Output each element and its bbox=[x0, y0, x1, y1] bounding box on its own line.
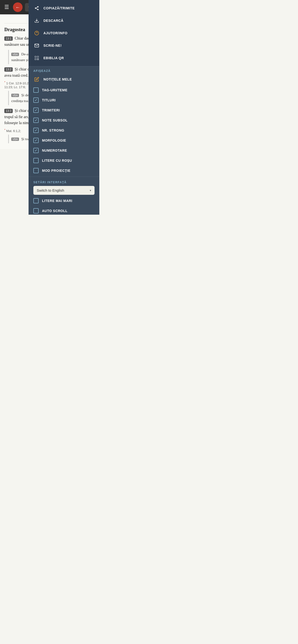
litere-rosu-item[interactable]: LITERE CU ROŞU bbox=[29, 156, 99, 166]
verse-num-13-2: 13:2 bbox=[4, 67, 13, 72]
note-subsol-item[interactable]: NOTE SUBSOL bbox=[29, 115, 99, 125]
help-item[interactable]: AJUTOR/INFO bbox=[29, 27, 99, 39]
chevron-down-icon: ▾ bbox=[90, 189, 91, 192]
mod-proiectie-item[interactable]: MOD PROIECŢIE bbox=[29, 166, 99, 176]
tag-uri-label: TAG-URI/TEME bbox=[42, 88, 67, 92]
download-icon bbox=[33, 17, 40, 24]
setari-header: SETĂRI INTERFAŢĂ bbox=[29, 178, 99, 185]
svg-line-3 bbox=[36, 8, 37, 9]
titluri-checkbox[interactable] bbox=[33, 98, 39, 103]
numerotare-item[interactable]: NUMEROTARE bbox=[29, 146, 99, 156]
svg-rect-11 bbox=[37, 56, 39, 58]
svg-line-4 bbox=[36, 7, 37, 8]
afiseaza-header: AFIŞEAZĂ bbox=[29, 66, 99, 74]
auto-scroll-checkbox[interactable] bbox=[33, 208, 39, 214]
vba-tag-1: VBA bbox=[11, 53, 19, 56]
copy-share-item[interactable]: COPIAZĂ/TRIMITE bbox=[29, 2, 99, 14]
menu-button[interactable]: ☰ bbox=[3, 3, 11, 12]
trimiteri-checkbox[interactable] bbox=[33, 108, 39, 113]
svg-rect-16 bbox=[37, 60, 38, 60]
help-icon bbox=[33, 30, 40, 36]
write-us-item[interactable]: SCRIE-NE! bbox=[29, 39, 99, 52]
verse-num-13-3: 13:3 bbox=[4, 109, 13, 113]
ebiblia-qr-label: EBIBLIA QR bbox=[43, 56, 64, 60]
vba-tag-3: VBA bbox=[11, 138, 19, 141]
note-subsol-checkbox[interactable] bbox=[33, 118, 39, 123]
svg-rect-15 bbox=[38, 58, 39, 59]
trimiteri-label: TRIMITERI bbox=[42, 108, 60, 112]
switch-english-label: Switch to English bbox=[37, 188, 64, 192]
nr-strong-checkbox[interactable] bbox=[33, 128, 39, 133]
morfologie-checkbox[interactable] bbox=[33, 138, 39, 143]
trimiteri-item[interactable]: TRIMITERI bbox=[29, 105, 99, 115]
download-label: DESCARCĂ bbox=[43, 19, 63, 22]
panel-divider-1 bbox=[29, 176, 99, 177]
svg-rect-9 bbox=[35, 56, 36, 58]
side-panel-actions: COPIAZĂ/TRIMITE DESCARCĂ AJUTOR/INFO bbox=[29, 0, 99, 66]
svg-point-0 bbox=[37, 6, 39, 8]
auto-scroll-item[interactable]: AUTO SCROLL bbox=[29, 206, 99, 215]
tag-uri-checkbox[interactable] bbox=[33, 88, 39, 93]
vba-tag-2: VBA bbox=[11, 94, 19, 97]
nr-strong-item[interactable]: NR. STRONG bbox=[29, 125, 99, 135]
help-label: AJUTOR/INFO bbox=[43, 31, 67, 35]
mod-proiectie-label: MOD PROIECŢIE bbox=[42, 169, 71, 172]
switch-english-button[interactable]: Switch to English ▾ bbox=[33, 186, 95, 195]
nr-strong-label: NR. STRONG bbox=[42, 128, 64, 132]
titluri-label: TITLURI bbox=[42, 98, 56, 102]
side-panel: COPIAZĂ/TRIMITE DESCARCĂ AJUTOR/INFO bbox=[29, 0, 99, 215]
mod-proiectie-checkbox[interactable] bbox=[33, 168, 39, 173]
svg-point-1 bbox=[35, 8, 36, 9]
morfologie-item[interactable]: MORFOLOGIE bbox=[29, 135, 99, 146]
svg-rect-13 bbox=[35, 59, 36, 60]
tag-uri-item[interactable]: TAG-URI/TEME bbox=[29, 85, 99, 95]
notitele-mele-label: NOTIŢELE MELE bbox=[43, 78, 72, 81]
auto-scroll-label: AUTO SCROLL bbox=[42, 209, 67, 213]
back-button[interactable]: ← bbox=[13, 2, 23, 12]
svg-rect-17 bbox=[38, 60, 39, 60]
litere-rosu-label: LITERE CU ROŞU bbox=[42, 158, 72, 162]
edit-icon bbox=[33, 76, 40, 83]
numerotare-label: NUMEROTARE bbox=[42, 148, 67, 152]
svg-point-2 bbox=[37, 9, 39, 10]
litere-mari-checkbox[interactable] bbox=[33, 198, 39, 204]
share-icon bbox=[33, 5, 40, 12]
svg-rect-14 bbox=[37, 58, 38, 59]
litere-mari-item[interactable]: LITERE MAI MARI bbox=[29, 196, 99, 206]
titluri-item[interactable]: TITLURI bbox=[29, 95, 99, 105]
notitele-mele-item[interactable]: NOTIŢELE MELE bbox=[29, 74, 99, 85]
verse-num-13-1: 13:1 bbox=[4, 36, 13, 41]
back-icon: ← bbox=[15, 4, 20, 10]
qr-icon bbox=[33, 54, 40, 61]
download-item[interactable]: DESCARCĂ bbox=[29, 14, 99, 27]
write-us-label: SCRIE-NE! bbox=[43, 44, 62, 48]
ebiblia-qr-item[interactable]: EBIBLIA QR bbox=[29, 52, 99, 64]
note-subsol-label: NOTE SUBSOL bbox=[42, 118, 68, 122]
copy-share-label: COPIAZĂ/TRIMITE bbox=[43, 6, 75, 10]
litere-rosu-checkbox[interactable] bbox=[33, 158, 39, 163]
mail-icon bbox=[33, 42, 40, 49]
litere-mari-label: LITERE MAI MARI bbox=[42, 199, 72, 203]
morfologie-label: MORFOLOGIE bbox=[42, 138, 66, 142]
numerotare-checkbox[interactable] bbox=[33, 148, 39, 153]
